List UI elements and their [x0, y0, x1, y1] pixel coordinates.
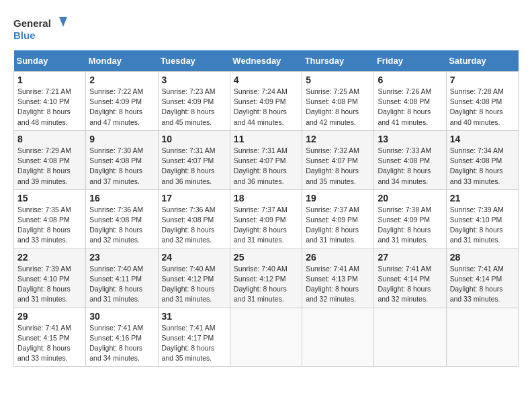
day-number: 21 [450, 193, 515, 203]
day-info: Sunrise: 7:33 AM Sunset: 4:08 PM Dayligh… [378, 146, 442, 187]
day-number: 7 [450, 75, 515, 85]
day-info: Sunrise: 7:41 AM Sunset: 4:14 PM Dayligh… [378, 264, 442, 305]
calendar-cell: 30 Sunrise: 7:41 AM Sunset: 4:16 PM Dayl… [86, 308, 158, 367]
day-number: 31 [162, 311, 226, 322]
calendar-cell: 16 Sunrise: 7:36 AM Sunset: 4:08 PM Dayl… [86, 189, 158, 248]
calendar-cell: 19 Sunrise: 7:37 AM Sunset: 4:09 PM Dayl… [302, 189, 374, 248]
day-info: Sunrise: 7:35 AM Sunset: 4:08 PM Dayligh… [17, 205, 82, 246]
calendar-cell: 9 Sunrise: 7:30 AM Sunset: 4:08 PM Dayli… [86, 130, 158, 189]
calendar-cell [302, 308, 374, 367]
calendar-cell: 23 Sunrise: 7:40 AM Sunset: 4:11 PM Dayl… [86, 248, 158, 308]
header-day: Saturday [446, 50, 518, 72]
calendar-cell: 25 Sunrise: 7:40 AM Sunset: 4:12 PM Dayl… [230, 248, 302, 308]
calendar-cell: 7 Sunrise: 7:28 AM Sunset: 4:08 PM Dayli… [446, 72, 518, 131]
day-info: Sunrise: 7:41 AM Sunset: 4:14 PM Dayligh… [450, 264, 515, 305]
calendar-cell: 28 Sunrise: 7:41 AM Sunset: 4:14 PM Dayl… [446, 248, 518, 308]
day-info: Sunrise: 7:30 AM Sunset: 4:08 PM Dayligh… [89, 146, 154, 187]
day-info: Sunrise: 7:38 AM Sunset: 4:09 PM Dayligh… [378, 205, 442, 246]
calendar-row: 8 Sunrise: 7:29 AM Sunset: 4:08 PM Dayli… [14, 130, 519, 189]
day-info: Sunrise: 7:37 AM Sunset: 4:09 PM Dayligh… [234, 205, 298, 246]
day-number: 17 [162, 193, 226, 203]
day-info: Sunrise: 7:41 AM Sunset: 4:17 PM Dayligh… [162, 323, 226, 364]
calendar-cell [446, 308, 518, 367]
day-number: 29 [17, 311, 82, 322]
day-info: Sunrise: 7:36 AM Sunset: 4:08 PM Dayligh… [162, 205, 226, 246]
day-info: Sunrise: 7:40 AM Sunset: 4:12 PM Dayligh… [234, 264, 298, 305]
svg-marker-2 [59, 17, 67, 27]
calendar-cell: 8 Sunrise: 7:29 AM Sunset: 4:08 PM Dayli… [14, 130, 86, 189]
day-info: Sunrise: 7:31 AM Sunset: 4:07 PM Dayligh… [234, 146, 298, 187]
day-info: Sunrise: 7:25 AM Sunset: 4:08 PM Dayligh… [306, 87, 370, 128]
day-info: Sunrise: 7:23 AM Sunset: 4:09 PM Dayligh… [162, 87, 226, 128]
day-number: 16 [89, 193, 154, 203]
page-header: General Blue [13, 13, 519, 44]
day-number: 13 [378, 134, 442, 144]
day-info: Sunrise: 7:21 AM Sunset: 4:10 PM Dayligh… [17, 87, 82, 128]
day-number: 2 [89, 75, 154, 85]
header-day: Wednesday [230, 50, 302, 72]
day-info: Sunrise: 7:29 AM Sunset: 4:08 PM Dayligh… [17, 146, 82, 187]
day-number: 19 [306, 193, 370, 203]
day-number: 28 [450, 252, 515, 263]
day-info: Sunrise: 7:28 AM Sunset: 4:08 PM Dayligh… [450, 87, 515, 128]
calendar-cell: 13 Sunrise: 7:33 AM Sunset: 4:08 PM Dayl… [374, 130, 446, 189]
day-info: Sunrise: 7:41 AM Sunset: 4:15 PM Dayligh… [17, 323, 82, 364]
calendar-cell: 6 Sunrise: 7:26 AM Sunset: 4:08 PM Dayli… [374, 72, 446, 131]
calendar-cell: 15 Sunrise: 7:35 AM Sunset: 4:08 PM Dayl… [14, 189, 86, 248]
day-number: 14 [450, 134, 515, 144]
calendar-cell: 29 Sunrise: 7:41 AM Sunset: 4:15 PM Dayl… [14, 308, 86, 367]
day-number: 22 [17, 252, 82, 263]
day-number: 6 [378, 75, 442, 85]
calendar-table: SundayMondayTuesdayWednesdayThursdayFrid… [13, 50, 519, 367]
day-info: Sunrise: 7:31 AM Sunset: 4:07 PM Dayligh… [162, 146, 226, 187]
day-info: Sunrise: 7:26 AM Sunset: 4:08 PM Dayligh… [378, 87, 442, 128]
day-info: Sunrise: 7:41 AM Sunset: 4:13 PM Dayligh… [306, 264, 370, 305]
header-day: Monday [86, 50, 158, 72]
calendar-cell: 14 Sunrise: 7:34 AM Sunset: 4:08 PM Dayl… [446, 130, 518, 189]
day-info: Sunrise: 7:41 AM Sunset: 4:16 PM Dayligh… [89, 323, 154, 364]
day-number: 11 [234, 134, 298, 144]
day-info: Sunrise: 7:36 AM Sunset: 4:08 PM Dayligh… [89, 205, 154, 246]
header-day: Thursday [302, 50, 374, 72]
day-number: 20 [378, 193, 442, 203]
day-info: Sunrise: 7:32 AM Sunset: 4:07 PM Dayligh… [306, 146, 370, 187]
day-info: Sunrise: 7:40 AM Sunset: 4:11 PM Dayligh… [89, 264, 154, 305]
logo-icon: General Blue [13, 13, 67, 44]
day-info: Sunrise: 7:37 AM Sunset: 4:09 PM Dayligh… [306, 205, 370, 246]
calendar-row: 15 Sunrise: 7:35 AM Sunset: 4:08 PM Dayl… [14, 189, 519, 248]
header-row: SundayMondayTuesdayWednesdayThursdayFrid… [14, 50, 519, 72]
header-day: Friday [374, 50, 446, 72]
day-info: Sunrise: 7:39 AM Sunset: 4:10 PM Dayligh… [450, 205, 515, 246]
day-number: 15 [17, 193, 82, 203]
calendar-cell: 26 Sunrise: 7:41 AM Sunset: 4:13 PM Dayl… [302, 248, 374, 308]
day-number: 26 [306, 252, 370, 263]
calendar-row: 29 Sunrise: 7:41 AM Sunset: 4:15 PM Dayl… [14, 308, 519, 367]
calendar-cell: 24 Sunrise: 7:40 AM Sunset: 4:12 PM Dayl… [158, 248, 230, 308]
day-info: Sunrise: 7:39 AM Sunset: 4:10 PM Dayligh… [17, 264, 82, 305]
calendar-row: 22 Sunrise: 7:39 AM Sunset: 4:10 PM Dayl… [14, 248, 519, 308]
calendar-cell: 2 Sunrise: 7:22 AM Sunset: 4:09 PM Dayli… [86, 72, 158, 131]
day-info: Sunrise: 7:34 AM Sunset: 4:08 PM Dayligh… [450, 146, 515, 187]
calendar-cell: 10 Sunrise: 7:31 AM Sunset: 4:07 PM Dayl… [158, 130, 230, 189]
day-info: Sunrise: 7:22 AM Sunset: 4:09 PM Dayligh… [89, 87, 154, 128]
calendar-cell: 5 Sunrise: 7:25 AM Sunset: 4:08 PM Dayli… [302, 72, 374, 131]
calendar-cell: 22 Sunrise: 7:39 AM Sunset: 4:10 PM Dayl… [14, 248, 86, 308]
header-day: Tuesday [158, 50, 230, 72]
day-number: 8 [17, 134, 82, 144]
calendar-row: 1 Sunrise: 7:21 AM Sunset: 4:10 PM Dayli… [14, 72, 519, 131]
calendar-cell: 1 Sunrise: 7:21 AM Sunset: 4:10 PM Dayli… [14, 72, 86, 131]
calendar-cell: 27 Sunrise: 7:41 AM Sunset: 4:14 PM Dayl… [374, 248, 446, 308]
day-number: 18 [234, 193, 298, 203]
calendar-cell: 21 Sunrise: 7:39 AM Sunset: 4:10 PM Dayl… [446, 189, 518, 248]
calendar-cell: 31 Sunrise: 7:41 AM Sunset: 4:17 PM Dayl… [158, 308, 230, 367]
day-number: 12 [306, 134, 370, 144]
day-number: 9 [89, 134, 154, 144]
calendar-cell: 3 Sunrise: 7:23 AM Sunset: 4:09 PM Dayli… [158, 72, 230, 131]
day-number: 1 [17, 75, 82, 85]
day-number: 27 [378, 252, 442, 263]
header-day: Sunday [14, 50, 86, 72]
day-number: 25 [234, 252, 298, 263]
calendar-cell: 18 Sunrise: 7:37 AM Sunset: 4:09 PM Dayl… [230, 189, 302, 248]
calendar-cell: 11 Sunrise: 7:31 AM Sunset: 4:07 PM Dayl… [230, 130, 302, 189]
svg-text:General: General [13, 17, 51, 29]
